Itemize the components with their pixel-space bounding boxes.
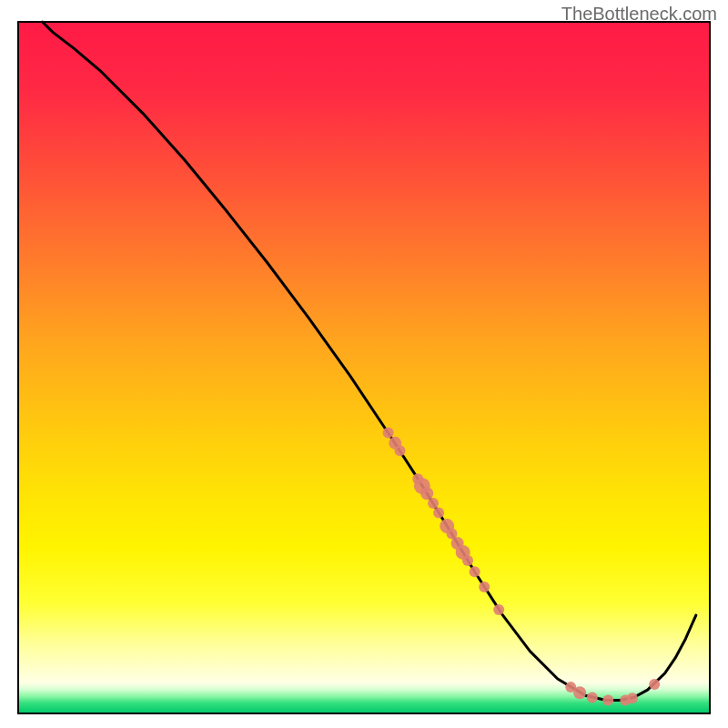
scatter-point bbox=[479, 581, 490, 592]
scatter-point bbox=[573, 686, 586, 699]
scatter-point bbox=[649, 679, 660, 690]
scatter-point bbox=[602, 695, 613, 706]
scatter-point bbox=[428, 498, 439, 509]
watermark-label: TheBottleneck.com bbox=[561, 4, 717, 25]
scatter-point bbox=[493, 604, 504, 615]
scatter-point bbox=[395, 445, 406, 456]
scatter-point bbox=[383, 427, 394, 438]
gradient-background bbox=[18, 22, 710, 713]
chart-container: TheBottleneck.com bbox=[0, 0, 728, 728]
bottleneck-curve-chart bbox=[0, 0, 728, 728]
scatter-point bbox=[462, 555, 473, 566]
scatter-point bbox=[420, 487, 433, 500]
scatter-point bbox=[433, 508, 444, 519]
scatter-point bbox=[470, 566, 480, 577]
scatter-point bbox=[587, 693, 598, 703]
scatter-point bbox=[627, 693, 638, 703]
